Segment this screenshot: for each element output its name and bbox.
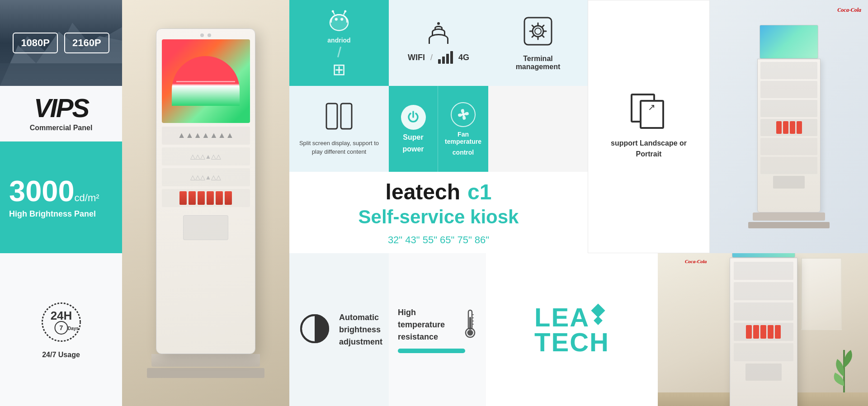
svg-text:7: 7 xyxy=(59,324,63,331)
usage-clock-icon: 24H 7 Days xyxy=(40,301,83,345)
fan-icon xyxy=(451,102,476,127)
model-name: c1 xyxy=(467,179,491,204)
empty-spacer xyxy=(488,86,588,172)
svg-point-26 xyxy=(467,330,473,336)
power-label: power xyxy=(402,145,424,153)
svg-point-15 xyxy=(462,113,465,116)
product-sizes: 32" 43" 55" 65" 75" 86" xyxy=(388,234,489,246)
wifi-label: WIFI / 4G xyxy=(408,51,469,64)
svg-rect-10 xyxy=(524,18,552,45)
slash-divider xyxy=(337,47,341,57)
usage-cell: 24H 7 Days 24/7 Usage xyxy=(0,253,122,406)
lea-text: LEA xyxy=(534,305,590,330)
tech-text: TECH xyxy=(534,330,609,354)
product-brand-model: leatech c1 xyxy=(386,179,492,204)
brightness-number: 3000cd/m² xyxy=(9,176,113,206)
svg-point-7 xyxy=(344,10,346,13)
high-temp-cell: High temperature resistance xyxy=(389,253,486,406)
product-image-main: ▲▲▲▲▲▲▲ △△△▲△△ △△△▲△△ xyxy=(122,0,289,406)
svg-point-8 xyxy=(335,18,338,20)
orientation-icon: ↗ xyxy=(631,94,667,130)
split-screen-desc: Split screen display, support to play di… xyxy=(296,139,382,156)
split-screen-box: Split screen display, support to play di… xyxy=(289,86,389,172)
svg-text:Days: Days xyxy=(68,326,79,331)
svg-rect-2 xyxy=(0,63,122,86)
svg-rect-14 xyxy=(341,104,352,129)
high-temp-content: High temperature resistance xyxy=(398,307,477,343)
svg-point-12 xyxy=(535,28,541,34)
svg-point-6 xyxy=(332,10,334,13)
temp-control-label: control xyxy=(453,149,474,156)
resolution-badges: 1080P 2160P xyxy=(13,33,109,53)
kiosk-photo-1 xyxy=(748,25,830,228)
super-power-half: Super power xyxy=(389,86,438,172)
signal-bars xyxy=(438,51,453,64)
coca-cola-badge: Coca-Cola xyxy=(837,7,861,14)
brightness-label: High Brightness Panel xyxy=(9,209,113,219)
svg-point-9 xyxy=(340,18,343,20)
orientation-label: support Landscape or Portrait xyxy=(597,138,700,160)
terminal-title: Terminal management xyxy=(516,55,561,71)
leatech-logo-cell: LEA TECH xyxy=(486,253,658,406)
android-label: andriod xyxy=(327,37,350,44)
thermometer-icon xyxy=(463,308,477,341)
kiosk-3d-model: ▲▲▲▲▲▲▲ △△△▲△△ △△△▲△△ xyxy=(147,28,264,378)
specs-grid: andriod ⊞ WIFI / 4G xyxy=(289,0,588,253)
fan-temp-half: Fan temperature control xyxy=(438,86,488,172)
kiosk-in-room: Coca-Cola xyxy=(722,253,805,406)
split-screen-icon xyxy=(326,102,353,132)
high-temp-label: High temperature resistance xyxy=(398,307,457,343)
usage-label: 24/7 Usage xyxy=(42,351,80,359)
features-column: 1080P 2160P VIPS Commercial Panel 3000cd… xyxy=(0,0,122,253)
super-label: Super xyxy=(403,133,423,142)
commercial-panel-label: Commercial Panel xyxy=(30,124,93,132)
brightness-section: 3000cd/m² High Brightness Panel xyxy=(0,142,122,253)
product-type: Self-service kiosk xyxy=(359,206,519,228)
android-icon xyxy=(325,7,354,34)
svg-rect-13 xyxy=(326,104,337,129)
connectivity-box: WIFI / 4G xyxy=(389,0,488,86)
super-fan-box: Super power Fan temperature control xyxy=(389,86,488,172)
os-box: andriod ⊞ xyxy=(289,0,389,86)
half-circle-icon xyxy=(298,312,331,347)
ips-panel-section: VIPS Commercial Panel xyxy=(0,86,122,142)
resolution-section: 1080P 2160P xyxy=(0,0,122,86)
gear-icon xyxy=(522,15,554,49)
resolution-2160p: 2160P xyxy=(64,33,109,53)
auto-brightness-label: Automatic brightness adjustment xyxy=(339,312,382,348)
product-photo-right-1: Coca-Cola xyxy=(710,0,868,253)
diamond-decoration xyxy=(593,306,603,324)
windows-icon: ⊞ xyxy=(332,60,346,79)
ips-logo: VIPS xyxy=(34,95,88,121)
product-photo-right-2: Coca-Cola xyxy=(658,253,868,406)
temp-progress-bar xyxy=(398,349,465,353)
auto-brightness-cell: Automatic brightness adjustment xyxy=(289,253,389,406)
svg-rect-24 xyxy=(469,317,471,329)
fan-temp-label: Fan temperature xyxy=(445,131,481,145)
terminal-box: Terminal management xyxy=(488,0,588,86)
product-info-center: leatech c1 Self-service kiosk 32" 43" 55… xyxy=(289,172,588,253)
power-circle-icon xyxy=(401,105,426,130)
resolution-1080p: 1080P xyxy=(13,33,58,53)
brand-name: leatech xyxy=(386,179,460,204)
leatech-logo: LEA TECH xyxy=(534,305,609,354)
orientation-cell: ↗ support Landscape or Portrait xyxy=(588,0,710,253)
svg-text:24H: 24H xyxy=(50,309,72,322)
wifi-icon xyxy=(429,22,448,44)
